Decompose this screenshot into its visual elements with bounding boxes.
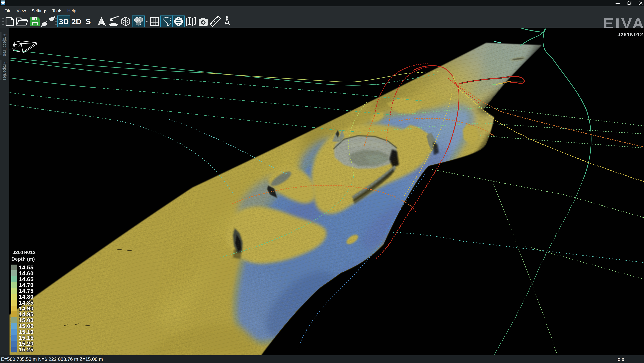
svg-text:3D: 3D <box>59 17 69 26</box>
svg-text:2D: 2D <box>72 17 82 26</box>
svg-text:S: S <box>86 17 91 26</box>
